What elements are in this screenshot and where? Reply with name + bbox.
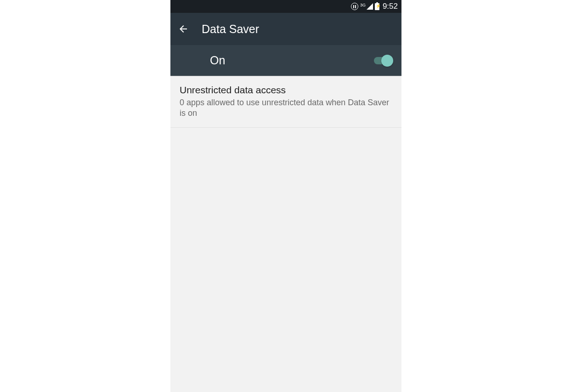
- battery-icon: ⚡: [375, 3, 379, 10]
- app-bar: Data Saver: [170, 13, 401, 45]
- status-bar: 3G ⚡ 9:52: [170, 0, 401, 13]
- settings-content: Unrestricted data access 0 apps allowed …: [170, 76, 401, 392]
- data-saver-toggle-row[interactable]: On: [170, 45, 401, 76]
- data-saver-switch[interactable]: [374, 55, 392, 67]
- unrestricted-data-access-item[interactable]: Unrestricted data access 0 apps allowed …: [170, 76, 401, 128]
- signal-icon: [367, 3, 373, 10]
- pause-icon: [351, 3, 358, 10]
- status-time: 9:52: [383, 2, 398, 11]
- setting-item-title: Unrestricted data access: [180, 85, 392, 96]
- page-title: Data Saver: [202, 23, 259, 36]
- status-icons-group: 3G ⚡ 9:52: [351, 2, 398, 11]
- device-frame: 3G ⚡ 9:52 Data Saver On Unrestricted dat…: [170, 0, 401, 392]
- network-type-label: 3G: [360, 3, 366, 7]
- toggle-state-label: On: [210, 54, 225, 67]
- back-arrow-icon[interactable]: [178, 23, 189, 34]
- setting-item-description: 0 apps allowed to use unrestricted data …: [180, 97, 392, 119]
